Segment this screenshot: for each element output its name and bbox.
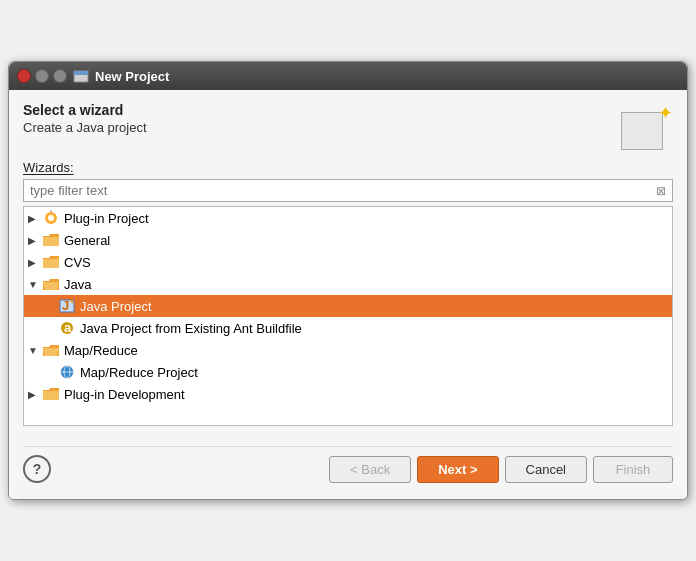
finish-button[interactable]: Finish (593, 456, 673, 483)
minimize-button[interactable] (35, 69, 49, 83)
window-title: New Project (95, 69, 169, 84)
folder-open-icon (42, 276, 60, 292)
search-clear-icon[interactable]: ⊠ (656, 184, 666, 198)
search-box: ⊠ (23, 179, 673, 202)
item-label: Map/Reduce (64, 343, 138, 358)
window-icon (73, 68, 89, 84)
cancel-button[interactable]: Cancel (505, 456, 587, 483)
folder-icon (42, 386, 60, 402)
item-label: Java Project (80, 299, 152, 314)
list-item[interactable]: ▶ General (24, 229, 672, 251)
list-item[interactable]: Map/Reduce Project (24, 361, 672, 383)
item-label: Map/Reduce Project (80, 365, 198, 380)
expand-arrow: ▶ (28, 257, 42, 268)
svg-point-3 (48, 215, 54, 221)
wizard-subtitle: Create a Java project (23, 120, 147, 135)
new-project-wizard-icon: ✦ (621, 102, 673, 150)
list-item[interactable]: ▼ Java (24, 273, 672, 295)
list-item[interactable]: ▶ CVS (24, 251, 672, 273)
item-label: Plug-in Project (64, 211, 149, 226)
wizards-label: Wizards: (23, 160, 673, 175)
plugin-icon (42, 210, 60, 226)
help-button[interactable]: ? (23, 455, 51, 483)
search-input[interactable] (30, 183, 656, 198)
list-item[interactable]: ▶ Plug-in Development (24, 383, 672, 405)
close-button[interactable] (17, 69, 31, 83)
wizard-icon-bg (621, 112, 663, 150)
svg-rect-1 (74, 71, 88, 75)
folder-icon (42, 254, 60, 270)
select-wizard-title: Select a wizard (23, 102, 147, 118)
expand-arrow: ▶ (28, 213, 42, 224)
item-label: General (64, 233, 110, 248)
globe-icon (58, 364, 76, 380)
expand-arrow: ▼ (28, 279, 42, 290)
titlebar: New Project (9, 62, 687, 90)
next-button[interactable]: Next > (417, 456, 498, 483)
back-button[interactable]: < Back (329, 456, 411, 483)
window-controls (17, 69, 67, 83)
header-area: Select a wizard Create a Java project ✦ (23, 102, 673, 150)
expand-arrow: ▶ (28, 389, 42, 400)
button-area: ? < Back Next > Cancel Finish (23, 446, 673, 487)
item-label: CVS (64, 255, 91, 270)
item-label: Plug-in Development (64, 387, 185, 402)
ant-project-icon: a (58, 320, 76, 336)
maximize-button[interactable] (53, 69, 67, 83)
content-area: Select a wizard Create a Java project ✦ … (9, 90, 687, 499)
list-item[interactable]: ▼ Map/Reduce (24, 339, 672, 361)
svg-text:a: a (64, 320, 72, 335)
navigation-buttons: < Back Next > Cancel Finish (329, 456, 673, 483)
list-item[interactable]: J Java Project (24, 295, 672, 317)
item-label: Java (64, 277, 91, 292)
item-label: Java Project from Existing Ant Buildfile (80, 321, 302, 336)
svg-text:J: J (62, 298, 69, 313)
folder-open-icon (42, 342, 60, 358)
folder-icon (42, 232, 60, 248)
new-project-window: New Project Select a wizard Create a Jav… (8, 61, 688, 500)
sparkle-icon: ✦ (658, 102, 673, 124)
list-item[interactable]: a Java Project from Existing Ant Buildfi… (24, 317, 672, 339)
expand-arrow: ▼ (28, 345, 42, 356)
list-item[interactable]: ▶ Plug-in Project (24, 207, 672, 229)
header-text: Select a wizard Create a Java project (23, 102, 147, 135)
expand-arrow: ▶ (28, 235, 42, 246)
java-project-icon: J (58, 298, 76, 314)
wizards-tree: ▶ Plug-in Project ▶ (23, 206, 673, 426)
